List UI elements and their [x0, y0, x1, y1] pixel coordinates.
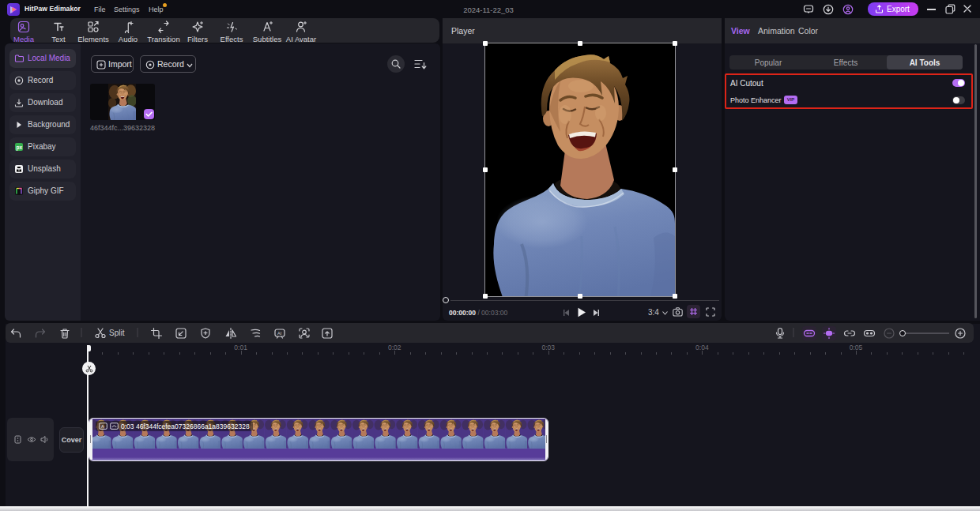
svg-text:AI: AI [277, 331, 282, 336]
svg-text:A: A [101, 424, 104, 429]
svg-text:px: px [17, 144, 23, 150]
